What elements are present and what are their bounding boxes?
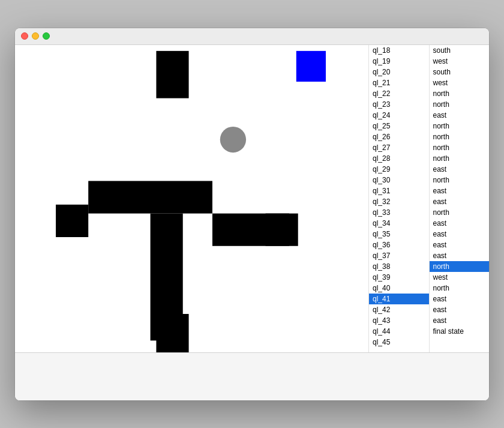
list-item[interactable]: ql_34 [369, 218, 429, 229]
list-item-value[interactable]: east [430, 229, 490, 240]
list-item[interactable]: ql_41 [369, 294, 429, 304]
list-item[interactable]: ql_35 [369, 229, 429, 240]
list-item[interactable]: ql_26 [369, 131, 429, 142]
list-item-value[interactable]: west [430, 77, 490, 88]
close-button[interactable] [21, 32, 28, 40]
list-item-value[interactable]: final state [430, 326, 490, 337]
list-item[interactable]: ql_45 [369, 337, 429, 348]
main-window: ql_18ql_19ql_20ql_21ql_22ql_23ql_24ql_25… [15, 28, 489, 400]
svg-rect-0 [156, 50, 188, 98]
list-item[interactable]: ql_24 [369, 110, 429, 121]
list-item-value[interactable]: north [430, 121, 490, 131]
canvas-panel [15, 45, 369, 352]
list-item-value[interactable]: north [430, 99, 490, 110]
list-item[interactable]: ql_40 [369, 283, 429, 294]
list-item[interactable]: ql_36 [369, 240, 429, 250]
list-item[interactable]: ql_30 [369, 175, 429, 185]
list-item[interactable]: ql_18 [369, 45, 429, 56]
list-item-value[interactable]: north [430, 88, 490, 99]
list-item[interactable]: ql_25 [369, 121, 429, 131]
list-item[interactable]: ql_42 [369, 304, 429, 315]
list-item[interactable]: ql_31 [369, 185, 429, 196]
traffic-lights [21, 32, 50, 40]
list-item-value[interactable]: east [430, 218, 490, 229]
list-item-value[interactable]: east [430, 294, 490, 304]
svg-rect-6 [156, 314, 188, 352]
list-item-value[interactable] [430, 337, 490, 338]
list-item[interactable]: ql_23 [369, 99, 429, 110]
svg-rect-2 [88, 181, 212, 213]
list-item-value[interactable]: east [430, 196, 490, 207]
content-area: ql_18ql_19ql_20ql_21ql_22ql_23ql_24ql_25… [15, 45, 489, 352]
list-item[interactable]: ql_43 [369, 315, 429, 326]
list-container: ql_18ql_19ql_20ql_21ql_22ql_23ql_24ql_25… [369, 45, 489, 352]
list-item-value[interactable]: north [430, 131, 490, 142]
list-item[interactable]: ql_21 [369, 77, 429, 88]
list-item-value[interactable]: north [430, 153, 490, 164]
title-bar [15, 28, 489, 45]
list-item-value[interactable]: south [430, 45, 490, 56]
minimize-button[interactable] [32, 32, 39, 40]
list-col-values[interactable]: southwestsouthwestnorthnortheastnorthnor… [430, 45, 490, 352]
list-item-value[interactable]: north [430, 207, 490, 218]
list-item[interactable]: ql_37 [369, 250, 429, 261]
list-item[interactable]: ql_27 [369, 142, 429, 153]
list-item-value[interactable]: north [430, 142, 490, 153]
list-item[interactable]: ql_38 [369, 261, 429, 272]
list-item-value[interactable]: north [430, 283, 490, 294]
list-item-value[interactable]: east [430, 315, 490, 326]
list-item[interactable]: ql_32 [369, 196, 429, 207]
list-panel: ql_18ql_19ql_20ql_21ql_22ql_23ql_24ql_25… [369, 45, 489, 352]
list-item[interactable]: ql_20 [369, 67, 429, 77]
list-item[interactable]: ql_22 [369, 88, 429, 99]
canvas-svg [15, 45, 368, 352]
list-item-value[interactable]: north [430, 175, 490, 185]
bottom-panel [15, 352, 489, 400]
list-item-value[interactable]: east [430, 240, 490, 250]
list-item[interactable]: ql_28 [369, 153, 429, 164]
gray-circle [220, 126, 246, 152]
list-item-value[interactable]: south [430, 67, 490, 77]
list-item-value[interactable]: east [430, 164, 490, 175]
list-item-value[interactable]: west [430, 56, 490, 67]
list-item-value[interactable]: east [430, 304, 490, 315]
list-item-value[interactable]: west [430, 272, 490, 283]
svg-rect-1 [56, 204, 88, 237]
svg-rect-5 [266, 213, 298, 246]
list-item[interactable]: ql_29 [369, 164, 429, 175]
maximize-button[interactable] [43, 32, 50, 40]
list-col-ids[interactable]: ql_18ql_19ql_20ql_21ql_22ql_23ql_24ql_25… [369, 45, 430, 352]
list-item[interactable]: ql_33 [369, 207, 429, 218]
list-item[interactable]: ql_19 [369, 56, 429, 67]
list-item[interactable]: ql_39 [369, 272, 429, 283]
list-item-value[interactable]: east [430, 250, 490, 261]
list-item-value[interactable]: east [430, 185, 490, 196]
blue-rect [296, 50, 326, 81]
list-item[interactable]: ql_44 [369, 326, 429, 337]
list-item-value[interactable]: east [430, 110, 490, 121]
list-item-value[interactable]: north [430, 261, 490, 272]
